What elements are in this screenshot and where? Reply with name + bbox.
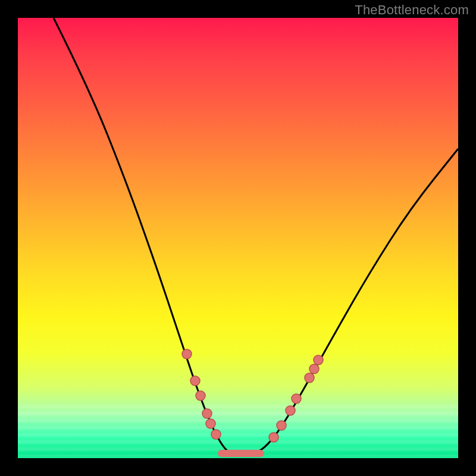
chart-frame: TheBottleneck.com [0, 0, 476, 476]
marker-dot [305, 373, 314, 383]
marker-dot [309, 364, 319, 374]
marker-dot [206, 419, 215, 428]
marker-dot [286, 406, 295, 415]
marker-dot [314, 355, 323, 365]
plot-area [18, 18, 458, 458]
marker-dot [202, 409, 212, 418]
marker-dot [292, 394, 301, 403]
marker-dot [211, 430, 221, 439]
bottleneck-curve [54, 18, 458, 455]
chart-overlay [18, 18, 458, 458]
marker-dot [269, 433, 278, 442]
marker-dot [277, 421, 286, 430]
marker-dot [182, 349, 192, 359]
marker-dot [196, 391, 205, 400]
marker-dot [190, 376, 200, 386]
right-flank-markers [269, 355, 323, 442]
watermark-text: TheBottleneck.com [355, 2, 469, 18]
